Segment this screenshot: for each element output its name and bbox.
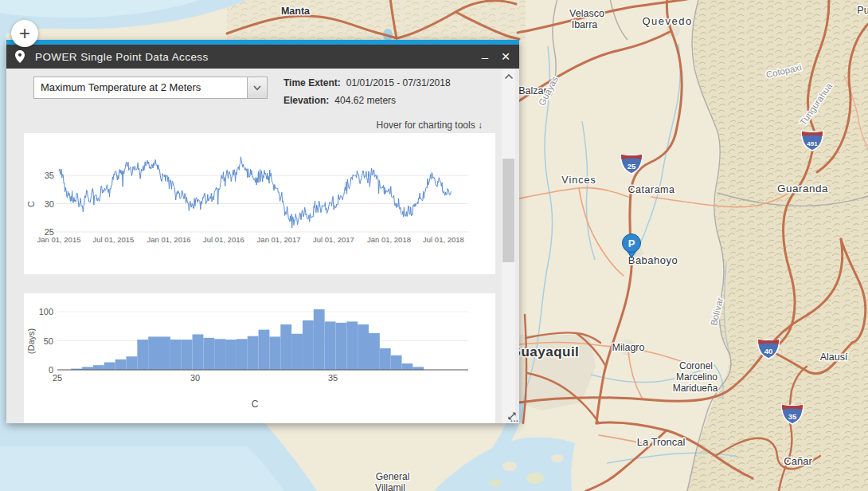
chevron-down-icon: [253, 85, 261, 91]
map-label-vinces: Vinces: [561, 175, 596, 186]
svg-text:30: 30: [190, 373, 200, 383]
charting-tools-hint: Hover for charting tools ↓: [377, 120, 483, 131]
svg-text:Jan 01, 2015: Jan 01, 2015: [37, 235, 81, 244]
map-label-alaus: Alausí: [820, 352, 848, 363]
map-label-ca-ar: Cañar: [784, 455, 812, 467]
dialog-scrollbar[interactable]: [502, 69, 515, 423]
minimize-button[interactable]: –: [475, 45, 495, 69]
svg-text:30: 30: [45, 199, 54, 209]
scroll-up-button[interactable]: [502, 70, 515, 83]
svg-text:(Days): (Days): [26, 328, 36, 354]
svg-text:25: 25: [628, 162, 636, 171]
map-label-milagro: Milagro: [612, 342, 645, 353]
map-label-marcelino: Marcelino: [676, 371, 717, 383]
map-label-babahoyo: Babahoyo: [628, 254, 678, 266]
meta-info: Time Extent:01/01/2015 - 07/31/2018 Elev…: [283, 77, 451, 112]
svg-text:P: P: [628, 238, 635, 249]
svg-text:35: 35: [328, 373, 338, 383]
svg-text:35: 35: [45, 171, 54, 180]
elevation-value: 404.62 meters: [334, 95, 396, 106]
svg-text:Jul 01, 2016: Jul 01, 2016: [203, 235, 244, 244]
elevation-label: Elevation:: [283, 95, 329, 106]
dialog-titlebar[interactable]: POWER Single Point Data Access – ×: [6, 45, 519, 69]
time-extent-value: 01/01/2015 - 07/31/2018: [346, 77, 451, 88]
svg-text:Jul 01, 2017: Jul 01, 2017: [313, 235, 354, 244]
map-label-general: General: [376, 471, 410, 482]
histogram-chart[interactable]: 050100253035(Days)C: [24, 293, 495, 423]
dialog-body: Maximum Temperature at 2 Meters Time Ext…: [6, 69, 519, 423]
elevation-row: Elevation:404.62 meters: [283, 95, 451, 106]
svg-text:Jan 01, 2016: Jan 01, 2016: [147, 235, 191, 244]
svg-text:C: C: [26, 201, 36, 207]
svg-text:100: 100: [39, 307, 53, 316]
svg-text:Jul 01, 2015: Jul 01, 2015: [93, 235, 135, 244]
histogram-chart-panel[interactable]: 050100253035(Days)C: [24, 293, 495, 423]
scrollbar-thumb[interactable]: [502, 159, 514, 262]
map-label-manta: Manta: [281, 6, 311, 17]
time-extent-row: Time Extent:01/01/2015 - 07/31/2018: [283, 77, 451, 88]
map-label-pu: Pu: [857, 5, 868, 16]
parameter-dropdown[interactable]: Maximum Temperature at 2 Meters: [33, 77, 268, 99]
map-label-quevedo: Quevedo: [642, 15, 692, 27]
parameter-dropdown-value: Maximum Temperature at 2 Meters: [34, 77, 247, 98]
app-window: MantaVelascoIbarraQuevedoBalzarPuVincesC…: [0, 0, 868, 491]
svg-text:40: 40: [764, 347, 773, 355]
dropdown-arrow-button[interactable]: [247, 77, 267, 98]
location-pin-icon: [15, 50, 25, 63]
svg-text:491: 491: [807, 140, 818, 147]
close-button[interactable]: ×: [495, 45, 516, 69]
time-extent-label: Time Extent:: [283, 77, 341, 88]
svg-text:35: 35: [788, 412, 797, 421]
zoom-in-button[interactable]: +: [11, 20, 38, 47]
dialog-title: POWER Single Point Data Access: [35, 51, 475, 63]
timeseries-chart-panel[interactable]: 253035CJan 01, 2015Jul 01, 2015Jan 01, 2…: [24, 133, 495, 274]
svg-text:Jan 01, 2017: Jan 01, 2017: [257, 235, 301, 244]
svg-text:50: 50: [44, 336, 53, 346]
map-label-velasco: Velasco: [569, 8, 604, 19]
svg-text:25: 25: [53, 373, 62, 383]
map-label-villamil: Villamil: [375, 482, 405, 491]
chevron-up-icon: [504, 73, 514, 80]
svg-text:C: C: [252, 399, 259, 410]
map-label-coronel: Coronel: [679, 360, 713, 371]
timeseries-chart[interactable]: 253035CJan 01, 2015Jul 01, 2015Jan 01, 2…: [24, 133, 495, 274]
resize-diagonal-icon: [506, 410, 518, 422]
map-label-catarama: Catarama: [628, 184, 675, 195]
power-dialog: POWER Single Point Data Access – × Maxim…: [6, 40, 519, 423]
map-label-la-troncal: La Troncal: [637, 436, 686, 448]
svg-text:Jan 01, 2018: Jan 01, 2018: [367, 235, 411, 244]
svg-text:Jul 01, 2018: Jul 01, 2018: [423, 235, 464, 244]
map-label-guayaquil: Guayaquil: [510, 344, 580, 359]
map-label-guaranda: Guaranda: [777, 183, 828, 194]
map-label-ibarra: Ibarra: [572, 19, 598, 30]
resize-grip[interactable]: [506, 410, 518, 422]
map-label-maridue-a: Maridueña: [673, 383, 718, 394]
